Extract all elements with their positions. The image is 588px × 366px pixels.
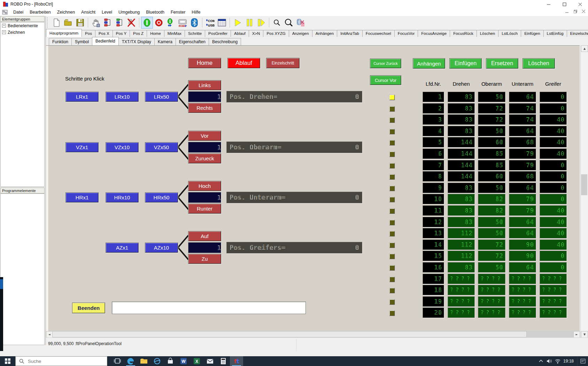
tree-item-zeichnen[interactable]: +Zeichnen bbox=[1, 29, 44, 36]
view-tab-funktion[interactable]: Funktion bbox=[49, 38, 72, 45]
mdi-close-icon[interactable] bbox=[581, 9, 587, 14]
taskbar-internet-explorer-icon[interactable] bbox=[150, 356, 164, 366]
view-tab-bedienfeld[interactable]: Bedienfeld bbox=[92, 37, 119, 45]
jog-button-zurueck[interactable]: Zurueck bbox=[188, 153, 221, 163]
mdi-restore-icon[interactable] bbox=[573, 9, 578, 14]
bluetooth-disconnect-icon[interactable] bbox=[295, 17, 306, 28]
step-button-azx1[interactable]: AZx1 bbox=[106, 243, 139, 253]
tab-focuswechsel[interactable]: Focuswechsel bbox=[362, 30, 395, 37]
menu-bearbeiten[interactable]: Bearbeiten bbox=[26, 9, 54, 15]
start-online-icon[interactable] bbox=[165, 17, 176, 28]
jog-button-vor[interactable]: Vor bbox=[188, 131, 221, 141]
panel-text-input[interactable] bbox=[112, 302, 306, 314]
action-button-ersetzen[interactable]: Ersetzen bbox=[486, 58, 518, 69]
tab-initanztab[interactable]: InitAnzTab bbox=[337, 30, 363, 37]
horizontal-scrollbar[interactable]: ◄ ► bbox=[46, 331, 580, 337]
button-einzelschritt[interactable]: Einzelschritt bbox=[266, 58, 300, 68]
subprogram-elements-icon[interactable] bbox=[114, 17, 125, 28]
tab-minmax[interactable]: MinMax bbox=[164, 30, 185, 37]
maximize-icon[interactable] bbox=[557, 0, 572, 8]
tab-posgreifer[interactable]: PosGreifer bbox=[205, 30, 231, 37]
tab-anzeigen[interactable]: Anzeigen bbox=[289, 30, 312, 37]
tab-x>n[interactable]: X>N bbox=[249, 30, 264, 37]
tab-schritte[interactable]: Schritte bbox=[185, 30, 205, 37]
tab-lsteinfüg[interactable]: LstEinfüg bbox=[543, 30, 567, 37]
taskbar-excel-icon[interactable]: X bbox=[190, 356, 203, 366]
expand-icon[interactable]: + bbox=[2, 24, 6, 28]
view-tab-txt-tx-display[interactable]: TXT/TX Display bbox=[118, 38, 155, 45]
cursor-forward-button[interactable]: Cursor Vor bbox=[370, 75, 401, 85]
vertical-scrollbar[interactable]: ▲ ▼ bbox=[580, 45, 588, 337]
tab-einfügen[interactable]: Einfügen bbox=[521, 30, 543, 37]
menu-zeichnen[interactable]: Zeichnen bbox=[54, 9, 78, 15]
minimize-icon[interactable] bbox=[541, 0, 557, 8]
start-button[interactable] bbox=[0, 356, 15, 366]
tab-pos-z[interactable]: Pos Z bbox=[130, 30, 147, 37]
tab-pos-y[interactable]: Pos Y bbox=[113, 30, 130, 37]
view-tab-kamera[interactable]: Kamera bbox=[154, 38, 176, 45]
notification-center-icon[interactable] bbox=[577, 356, 588, 366]
button-home[interactable]: Home bbox=[188, 58, 221, 68]
taskbar-task-view-icon[interactable] bbox=[111, 356, 124, 366]
jog-button-hoch[interactable]: Hoch bbox=[188, 181, 221, 191]
tray-chevron-up-icon[interactable] bbox=[537, 356, 545, 366]
zoom-in-icon[interactable] bbox=[283, 17, 294, 28]
tab-pos[interactable]: Pos bbox=[82, 30, 95, 37]
cursor-back-button[interactable]: Cursor Zurück bbox=[370, 59, 401, 68]
step-button-hrx1[interactable]: HRx1 bbox=[65, 192, 99, 203]
menu-ansicht[interactable]: Ansicht bbox=[78, 9, 99, 15]
jog-button-links[interactable]: Links bbox=[188, 80, 221, 90]
tab-pos-x[interactable]: Pos X bbox=[95, 30, 113, 37]
beenden-button[interactable]: Beenden bbox=[72, 303, 105, 313]
bluetooth-icon[interactable] bbox=[189, 17, 200, 28]
view-tab-beschreibung[interactable]: Beschreibung bbox=[209, 38, 241, 45]
open-file-icon[interactable] bbox=[63, 17, 74, 28]
delete-element-icon[interactable] bbox=[126, 17, 137, 28]
close-icon[interactable] bbox=[572, 0, 588, 8]
com-usb-port-icon[interactable]: COMUSB bbox=[204, 17, 216, 28]
tab-focusvor[interactable]: FocusVor bbox=[394, 30, 418, 37]
menu-umgebung[interactable]: Umgebung bbox=[115, 9, 143, 15]
step-button-lrx50[interactable]: LRx50 bbox=[145, 92, 178, 102]
start-program-icon[interactable] bbox=[141, 17, 153, 28]
view-tab-symbol[interactable]: Symbol bbox=[71, 38, 92, 45]
tab-anhängen[interactable]: Anhängen bbox=[312, 30, 337, 37]
taskbar-search[interactable] bbox=[15, 356, 107, 366]
run-play-icon[interactable] bbox=[232, 17, 243, 28]
tab-löschen[interactable]: Löschen bbox=[477, 30, 498, 37]
hscroll-thumb[interactable] bbox=[52, 331, 527, 337]
jog-button-runter[interactable]: Runter bbox=[188, 204, 221, 214]
step-button-vzx1[interactable]: VZx1 bbox=[65, 142, 99, 152]
scroll-left-icon[interactable]: ◄ bbox=[46, 331, 53, 338]
tab-hauptprogramm[interactable]: Hauptprogramm bbox=[46, 29, 82, 37]
taskbar-file-explorer-icon[interactable] bbox=[137, 356, 150, 366]
save-file-icon[interactable] bbox=[75, 17, 86, 28]
tab-ablauf[interactable]: Ablauf bbox=[231, 30, 249, 37]
step-button-hrx10[interactable]: HRx10 bbox=[106, 192, 139, 203]
run-pause-icon[interactable] bbox=[244, 17, 255, 28]
step-button-vzx50[interactable]: VZx50 bbox=[145, 142, 178, 152]
scroll-up-icon[interactable]: ▲ bbox=[581, 45, 588, 52]
mdi-minimize-icon[interactable] bbox=[564, 9, 570, 14]
interface-test-icon[interactable]: ROBOIF bbox=[177, 17, 188, 28]
taskbar-store-icon[interactable] bbox=[164, 356, 177, 366]
menu-datei[interactable]: Datei bbox=[10, 9, 26, 15]
tab-pos-xyzg[interactable]: Pos XYZG bbox=[263, 30, 289, 37]
drag-mode-icon[interactable] bbox=[90, 17, 101, 28]
tree-item-bedienelemente[interactable]: +Bedienelemente bbox=[1, 22, 44, 29]
step-button-azx10[interactable]: AZx10 bbox=[145, 243, 178, 253]
button-ablauf[interactable]: Ablauf bbox=[227, 58, 260, 68]
tab-einzelschritt[interactable]: Einzelschritt bbox=[567, 30, 588, 37]
taskbar-word-icon[interactable]: W bbox=[177, 356, 190, 366]
vscroll-thumb[interactable] bbox=[581, 174, 587, 195]
jog-button-rechts[interactable]: Rechts bbox=[188, 103, 221, 113]
taskbar-mail-icon[interactable] bbox=[203, 356, 217, 366]
tray-network-icon[interactable] bbox=[554, 356, 562, 366]
program-elements-icon[interactable] bbox=[102, 17, 113, 28]
action-button-löschen[interactable]: Löschen bbox=[523, 58, 555, 69]
menu-bluetooth[interactable]: Bluetooth bbox=[143, 9, 168, 15]
step-button-vzx10[interactable]: VZx10 bbox=[106, 142, 139, 152]
scroll-right-icon[interactable]: ► bbox=[573, 331, 580, 338]
action-button-anhängen[interactable]: Anhängen bbox=[413, 58, 445, 69]
zoom-out-icon[interactable] bbox=[271, 17, 283, 28]
